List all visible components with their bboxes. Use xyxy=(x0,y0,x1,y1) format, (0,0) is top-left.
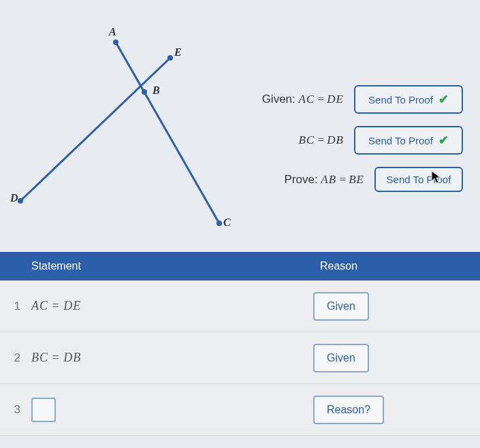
line-ac xyxy=(116,42,219,223)
row-statement[interactable]: AC = DE xyxy=(25,287,306,325)
label-c: C xyxy=(223,217,231,229)
given-row-1: Given: AC = DE Send To Proof ✔ xyxy=(238,85,473,114)
row-reason-cell: Reason? xyxy=(306,385,480,435)
reason-button[interactable]: Given xyxy=(313,344,369,372)
given-row-2: BC = DB Send To Proof ✔ xyxy=(238,126,473,155)
row-number: 2 xyxy=(0,351,25,365)
equations-panel: Given: AC = DE Send To Proof ✔ BC = DB S… xyxy=(238,14,473,204)
check-icon: ✔ xyxy=(438,92,449,107)
geometry-diagram: A E B D C xyxy=(7,14,238,231)
point-d xyxy=(18,198,23,204)
line-de xyxy=(20,58,170,201)
given-2-text: BC = DB xyxy=(299,133,345,147)
reason-button[interactable]: Given xyxy=(313,292,369,321)
row-statement[interactable]: BC = DB xyxy=(25,338,306,377)
header-statement: Statement xyxy=(0,252,306,281)
row-reason-cell: Given xyxy=(306,281,480,332)
row-reason-cell: Given xyxy=(306,333,480,383)
row-statement[interactable] xyxy=(25,385,306,434)
diagram-svg xyxy=(7,14,238,231)
label-e: E xyxy=(174,46,182,59)
point-c xyxy=(217,221,222,226)
prove-text: Prove: AB = BE xyxy=(284,173,364,187)
row-number: 3 xyxy=(0,403,25,417)
send-to-proof-button-1[interactable]: Send To Proof ✔ xyxy=(354,85,463,114)
table-row: 1 AC = DE Given xyxy=(0,281,480,332)
prove-row: Prove: AB = BE Send To Proof xyxy=(238,167,473,192)
table-header: Statement Reason xyxy=(0,252,480,281)
send-to-proof-button-2[interactable]: Send To Proof ✔ xyxy=(354,126,463,155)
point-a xyxy=(113,39,118,45)
reason-button[interactable]: Reason? xyxy=(313,396,384,424)
row-number: 1 xyxy=(0,300,25,313)
proof-table: Statement Reason 1 AC = DE Given 2 BC = … xyxy=(0,252,480,436)
send-to-proof-button-3[interactable]: Send To Proof xyxy=(374,167,463,192)
label-a: A xyxy=(109,26,116,38)
table-row: 2 BC = DB Given xyxy=(0,332,480,384)
header-reason: Reason xyxy=(306,252,480,281)
empty-statement-box[interactable] xyxy=(31,398,56,422)
top-section: A E B D C Given: AC = DE Send To Proof ✔… xyxy=(0,0,480,252)
table-row: 3 Reason? xyxy=(0,384,480,436)
given-1-text: Given: AC = DE xyxy=(262,93,344,106)
label-d: D xyxy=(10,192,18,204)
point-e xyxy=(167,55,173,61)
check-icon: ✔ xyxy=(438,133,449,148)
label-b: B xyxy=(153,84,160,97)
point-b xyxy=(142,89,147,95)
